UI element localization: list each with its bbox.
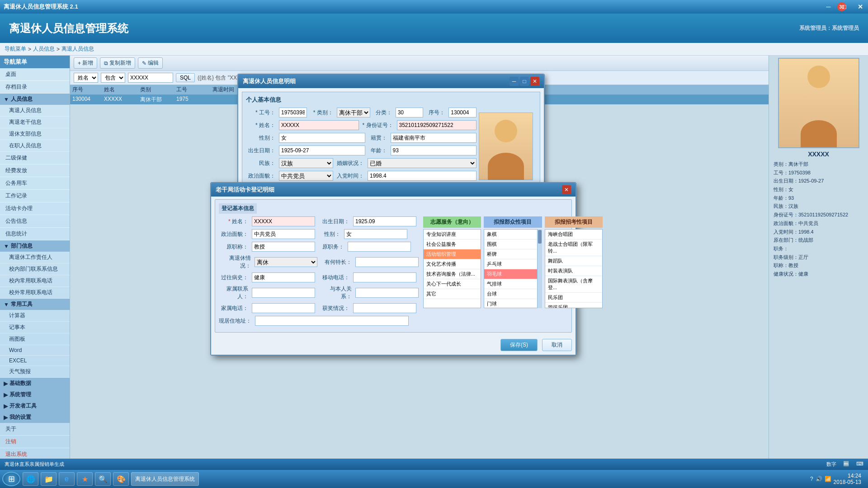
- id-card-input[interactable]: [397, 120, 477, 130]
- sidebar-group-dept[interactable]: ▼ 部门信息: [0, 240, 70, 252]
- proposed-group-list[interactable]: 象棋 围棋 桥牌 乒乓球 羽毛球 气排球 台球 门球 武术健身 器械健身: [484, 229, 537, 308]
- work-id-input[interactable]: [279, 108, 307, 117]
- sidebar-item-external-phone[interactable]: 校外常用联系电话: [0, 287, 70, 299]
- group-scrollbar[interactable]: [538, 229, 542, 308]
- volunteer-item-1[interactable]: 专业知识讲座: [424, 230, 481, 239]
- taskbar-app5[interactable]: 🔍: [95, 472, 111, 486]
- group-item-5[interactable]: 羽毛球: [484, 269, 537, 279]
- taskbar-app2[interactable]: 📁: [41, 472, 57, 486]
- group-item-8[interactable]: 门球: [484, 299, 537, 308]
- breadcrumb-nav[interactable]: 导航菜单: [5, 45, 26, 53]
- native-input[interactable]: [391, 133, 477, 143]
- sidebar-item-notice[interactable]: 公告信息: [0, 215, 70, 228]
- act-family-input[interactable]: [252, 288, 315, 298]
- sidebar-group-dev[interactable]: ▶ 开发者工具: [0, 400, 70, 412]
- group-item-2[interactable]: 围棋: [484, 239, 537, 249]
- taskbar-app6[interactable]: 🎨: [113, 472, 129, 486]
- nature-item-5[interactable]: 国际舞表演队（含摩登...: [545, 276, 602, 293]
- act-political-input[interactable]: [252, 229, 315, 239]
- act-relation-input[interactable]: [355, 288, 419, 298]
- nationality-select[interactable]: 汉族: [279, 158, 333, 168]
- start-button[interactable]: ⊞: [2, 472, 20, 486]
- sidebar-group-base[interactable]: ▶ 基础数据: [0, 378, 70, 389]
- edit-button[interactable]: ✎ 编辑: [138, 57, 163, 69]
- sidebar-group-system[interactable]: ▶ 系统管理: [0, 389, 70, 400]
- detail-modal-x[interactable]: ✕: [530, 77, 539, 86]
- sidebar-item-paint[interactable]: 画图板: [0, 333, 70, 345]
- name-input[interactable]: [279, 120, 359, 130]
- sidebar-item-notepad[interactable]: 记事本: [0, 322, 70, 333]
- sidebar-item-active-persons[interactable]: 在职人员信息: [0, 140, 70, 152]
- close-btn[interactable]: ✕: [852, 0, 868, 14]
- breadcrumb-current[interactable]: 离退人员信息: [61, 45, 94, 53]
- volunteer-item-5[interactable]: 技术咨询服务（法律...: [424, 269, 481, 279]
- birth-input[interactable]: [279, 145, 365, 155]
- nature-item-4[interactable]: 时装表演队: [545, 266, 602, 276]
- classify-input[interactable]: [396, 108, 424, 117]
- volunteer-item-2[interactable]: 社会公益服务: [424, 239, 481, 249]
- act-illness-input[interactable]: [252, 272, 315, 282]
- sidebar-item-logout[interactable]: 注销: [0, 436, 70, 448]
- nature-item-2[interactable]: 老战士合唱团（限军转...: [545, 239, 602, 256]
- sidebar-item-word[interactable]: Word: [0, 345, 70, 356]
- sidebar-item-archive[interactable]: 存档目录: [0, 81, 70, 94]
- search-condition-select[interactable]: 包含 等于: [101, 73, 125, 83]
- sidebar-item-desktop[interactable]: 桌面: [0, 68, 70, 81]
- sidebar-item-funds[interactable]: 经费发放: [0, 164, 70, 177]
- act-awards-input[interactable]: [353, 303, 416, 313]
- sidebar-item-internal-contact[interactable]: 校内部门联系系信息: [0, 263, 70, 275]
- group-item-6[interactable]: 气排球: [484, 279, 537, 289]
- detail-modal-max[interactable]: □: [520, 77, 529, 86]
- political-select[interactable]: 中共党员: [279, 171, 333, 181]
- party-time-input[interactable]: [368, 171, 476, 181]
- act-address-input[interactable]: [255, 316, 409, 326]
- act-name-input[interactable]: [252, 216, 315, 226]
- volunteer-list[interactable]: 专业知识讲座 社会公益服务 活动组织管理 文化艺术传播 技术咨询服务（法律...…: [423, 229, 481, 308]
- search-field-select[interactable]: 姓名 工号: [74, 73, 98, 83]
- age-input[interactable]: [391, 145, 477, 155]
- group-item-1[interactable]: 象棋: [484, 230, 537, 239]
- activity-save-button[interactable]: 保存(S): [500, 339, 538, 351]
- volunteer-item-7[interactable]: 其它: [424, 289, 481, 299]
- sidebar-item-healthcare[interactable]: 二级保健: [0, 152, 70, 164]
- sidebar-item-dept-person[interactable]: 离退休工作责任人: [0, 252, 70, 263]
- act-mobile-input[interactable]: [353, 272, 416, 282]
- new-button[interactable]: + 新增: [74, 57, 97, 69]
- taskbar-app3[interactable]: e: [59, 472, 75, 486]
- volunteer-item-3[interactable]: 活动组织管理: [424, 249, 481, 259]
- category-select[interactable]: 离休干部: [337, 108, 370, 117]
- maximize-btn[interactable]: □: [836, 0, 852, 14]
- act-gender-input[interactable]: [344, 229, 407, 239]
- nature-item-1[interactable]: 海峡合唱团: [545, 230, 602, 239]
- taskbar-main-app[interactable]: 离退休人员信息管理系统: [131, 472, 199, 486]
- sidebar-item-car[interactable]: 公务用车: [0, 177, 70, 190]
- breadcrumb-person[interactable]: 人员信息: [33, 45, 55, 53]
- sidebar-item-activity[interactable]: 活动卡办理: [0, 202, 70, 215]
- search-button[interactable]: SQL: [176, 73, 195, 82]
- sequence-input[interactable]: [448, 108, 476, 117]
- group-item-4[interactable]: 乒乓球: [484, 259, 537, 269]
- sidebar-item-weather[interactable]: 天气预报: [0, 366, 70, 378]
- activity-cancel-button[interactable]: 取消: [542, 339, 572, 351]
- act-job-input[interactable]: [348, 242, 411, 252]
- search-input[interactable]: [128, 73, 173, 83]
- sidebar-item-internal-phone[interactable]: 校内常用联系电话: [0, 275, 70, 287]
- sidebar-item-calculator[interactable]: 计算器: [0, 310, 70, 322]
- gender-input[interactable]: [279, 133, 365, 143]
- sidebar-item-about[interactable]: 关于: [0, 423, 70, 436]
- minimize-btn[interactable]: ─: [821, 0, 836, 14]
- group-item-3[interactable]: 桥牌: [484, 249, 537, 259]
- act-birth-input[interactable]: [353, 216, 416, 226]
- proposed-nature-list[interactable]: 海峡合唱团 老战士合唱团（限军转... 舞蹈队 时装表演队 国际舞表演队（含摩登…: [545, 229, 603, 308]
- marriage-select[interactable]: 已婚: [368, 158, 476, 168]
- sidebar-item-retired-persons[interactable]: 离退人员信息: [0, 105, 70, 117]
- sidebar-item-work-record[interactable]: 工作记录: [0, 190, 70, 202]
- activity-modal-close[interactable]: ✕: [562, 185, 571, 194]
- sidebar-item-excel[interactable]: EXCEL: [0, 356, 70, 366]
- act-retire-select[interactable]: 离休: [255, 257, 317, 267]
- group-item-7[interactable]: 台球: [484, 289, 537, 299]
- volunteer-item-4[interactable]: 文化艺术传播: [424, 259, 481, 269]
- act-specialty-input[interactable]: [355, 257, 419, 267]
- detail-modal-close[interactable]: ─: [509, 77, 519, 86]
- sidebar-group-settings[interactable]: ▶ 我的设置: [0, 412, 70, 423]
